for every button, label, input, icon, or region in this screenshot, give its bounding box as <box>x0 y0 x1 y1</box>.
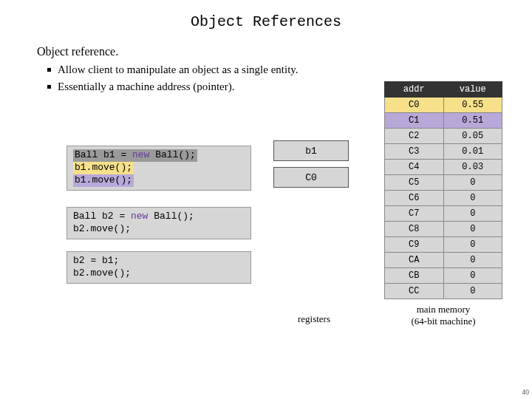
memory-table: addr value C00.55C10.51C20.05C30.01C40.0… <box>384 81 502 299</box>
table-row: CB0 <box>385 268 502 284</box>
code-block-3: b2 = b1; b2.move(); <box>66 251 251 284</box>
table-row: C10.51 <box>385 113 502 129</box>
cell-value: 0.51 <box>443 113 502 129</box>
cell-addr: CC <box>385 284 444 299</box>
cell-addr: C7 <box>385 206 444 222</box>
cell-value: 0 <box>443 253 502 268</box>
code-text: Ball(); <box>148 211 194 222</box>
cell-value: 0.01 <box>443 144 502 160</box>
memory-label: main memory (64-bit machine) <box>384 304 502 327</box>
code-block-2: Ball b2 = new Ball(); b2.move(); <box>66 207 251 239</box>
cell-addr: C6 <box>385 191 444 206</box>
code-block-1: Ball b1 = new Ball(); b1.move(); b1.move… <box>66 146 251 191</box>
table-row: CA0 <box>385 253 502 268</box>
code-text: Ball b1 = <box>75 149 132 160</box>
cell-addr: C2 <box>385 129 444 144</box>
table-row: C00.55 <box>385 98 502 113</box>
table-row: C90 <box>385 237 502 253</box>
memory-block: addr value C00.55C10.51C20.05C30.01C40.0… <box>384 81 502 327</box>
cell-value: 0 <box>443 268 502 284</box>
code-keyword: new <box>132 149 149 160</box>
cell-addr: C1 <box>385 113 444 129</box>
table-row: C40.03 <box>385 160 502 175</box>
cell-value: 0.55 <box>443 98 502 113</box>
col-addr: addr <box>385 82 444 98</box>
cell-value: 0 <box>443 237 502 253</box>
slide-title: Object References <box>0 0 532 30</box>
cell-addr: C8 <box>385 222 444 237</box>
cell-value: 0.03 <box>443 160 502 175</box>
table-row: C70 <box>385 206 502 222</box>
code-hl: b1.move(); <box>73 174 134 187</box>
code-hl: Ball b1 = new Ball(); <box>73 149 197 162</box>
cell-value: 0 <box>443 222 502 237</box>
table-row: CC0 <box>385 284 502 299</box>
register-cell: C0 <box>273 167 349 188</box>
code-hl: b1.move(); <box>73 162 134 174</box>
table-row: C50 <box>385 175 502 191</box>
code-text: Ball b2 = <box>73 211 131 222</box>
bullet-item: Allow client to manipulate an object as … <box>47 61 502 78</box>
code-text: b2.move(); <box>73 223 131 234</box>
cell-addr: C3 <box>385 144 444 160</box>
table-row: C60 <box>385 191 502 206</box>
code-text: b2 = b1; <box>73 255 119 266</box>
cell-value: 0 <box>443 191 502 206</box>
code-keyword: new <box>131 211 148 222</box>
cell-value: 0 <box>443 284 502 299</box>
cell-addr: CA <box>385 253 444 268</box>
subheading: Object reference. <box>37 45 502 58</box>
memory-label-line: (64-bit machine) <box>412 316 476 327</box>
slide: Object References Object reference. Allo… <box>0 0 532 399</box>
code-text: Ball(); <box>149 149 195 160</box>
col-value: value <box>443 82 502 98</box>
register-cell: b1 <box>273 140 349 161</box>
memory-label-line: main memory <box>417 304 471 315</box>
page-number: 40 <box>522 388 529 396</box>
cell-value: 0.05 <box>443 129 502 144</box>
cell-addr: CB <box>385 268 444 284</box>
code-text: b2.move(); <box>73 267 131 279</box>
cell-addr: C0 <box>385 98 444 113</box>
cell-addr: C4 <box>385 160 444 175</box>
cell-value: 0 <box>443 175 502 191</box>
cell-addr: C9 <box>385 237 444 253</box>
cell-value: 0 <box>443 206 502 222</box>
cell-addr: C5 <box>385 175 444 191</box>
registers-block: b1 C0 registers <box>273 140 355 325</box>
table-row: C20.05 <box>385 129 502 144</box>
table-row: C30.01 <box>385 144 502 160</box>
registers-label: registers <box>273 313 355 325</box>
table-header-row: addr value <box>385 82 502 98</box>
table-row: C80 <box>385 222 502 237</box>
